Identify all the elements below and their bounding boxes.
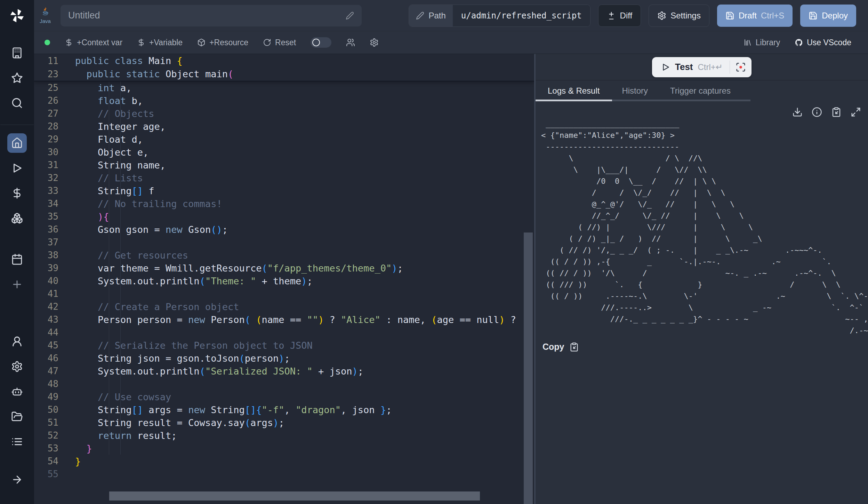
line-content: System.out.println("Theme: " + theme); xyxy=(75,275,313,288)
line-number: 52 xyxy=(34,429,58,442)
code-line-11[interactable]: 11public class Main { xyxy=(34,54,534,68)
tab-trigger-captures[interactable]: Trigger captures xyxy=(670,86,731,96)
sidebar-item-plus[interactable] xyxy=(7,275,27,294)
code-line-55[interactable]: 55 xyxy=(34,468,534,481)
code-line-54[interactable]: 54} xyxy=(34,455,534,468)
building-icon xyxy=(11,47,23,59)
test-button[interactable]: Test Ctrl+↵ xyxy=(652,57,752,77)
boxes-icon xyxy=(11,212,23,224)
toggle-knob xyxy=(312,39,320,46)
download-icon[interactable] xyxy=(792,107,803,117)
dollar-icon xyxy=(65,38,73,47)
add-resource-button[interactable]: +Resource xyxy=(197,38,248,47)
sidebar-item-bot[interactable] xyxy=(7,382,27,401)
search-icon xyxy=(11,97,23,109)
sidebar-nav xyxy=(0,31,34,504)
editor-vertical-scrollbar[interactable] xyxy=(524,233,533,504)
line-content: public static Object main( xyxy=(75,68,233,81)
sidebar-item-boxes[interactable] xyxy=(7,208,27,228)
edit-path-icon xyxy=(416,11,424,20)
sidebar-group xyxy=(0,467,34,492)
line-content: // Objects xyxy=(75,107,154,120)
sidebar-item-user[interactable] xyxy=(7,332,27,351)
sidebar-item-play[interactable] xyxy=(7,158,27,178)
sidebar-item-calendar[interactable] xyxy=(7,250,27,269)
assistant-toggle[interactable] xyxy=(311,37,331,48)
sticky-scroll-lines[interactable]: 11public class Main {23 public static Ob… xyxy=(34,54,534,81)
windmill-logo[interactable] xyxy=(0,0,34,31)
draft-button[interactable]: Draft Ctrl+S xyxy=(717,5,793,27)
sidebar-item-list[interactable] xyxy=(7,432,27,451)
tab-history[interactable]: History xyxy=(622,86,648,96)
result-content: _____________________________ < {"name":… xyxy=(536,101,868,504)
editor-settings-icon[interactable] xyxy=(370,38,379,47)
add-context-var-button[interactable]: +Context var xyxy=(65,38,122,47)
tab-logs-result[interactable]: Logs & Result xyxy=(548,86,600,96)
sidebar-item-arrow-right[interactable] xyxy=(7,470,27,489)
copy-result-button[interactable]: Copy xyxy=(542,342,868,352)
line-number: 11 xyxy=(34,54,58,68)
line-number: 27 xyxy=(34,107,58,120)
result-toolbar xyxy=(792,107,861,117)
line-number: 33 xyxy=(34,184,58,197)
use-vscode-button[interactable]: Use VScode xyxy=(795,38,851,47)
line-content: // Serialize the Person object to JSON xyxy=(75,339,313,352)
line-number: 44 xyxy=(34,326,58,339)
play-icon xyxy=(661,63,670,72)
vscode-icon xyxy=(795,38,803,47)
deploy-label: Deploy xyxy=(822,11,848,21)
topbar: Java Untitled Path u/admin/refreshed_scr… xyxy=(34,0,868,31)
line-number: 54 xyxy=(34,455,58,468)
sidebar-item-star[interactable] xyxy=(7,68,27,88)
code-editor[interactable]: 11public class Main {23 public static Ob… xyxy=(34,54,534,504)
line-content: // No trailing commas! xyxy=(75,197,222,210)
sidebar-item-folder-open[interactable] xyxy=(7,407,27,426)
sidebar-item-gear[interactable] xyxy=(7,357,27,376)
line-content: System.out.println("Serialized JSON: " +… xyxy=(75,365,363,378)
code-line-23[interactable]: 23 public static Object main( xyxy=(34,68,534,81)
edit-title-icon[interactable] xyxy=(346,11,354,20)
path-field[interactable]: Path u/admin/refreshed_script xyxy=(409,5,590,27)
plus-icon xyxy=(11,278,23,290)
java-icon xyxy=(40,7,50,18)
sidebar-group xyxy=(0,247,34,297)
path-label-segment: Path xyxy=(409,5,452,26)
library-icon xyxy=(744,38,752,47)
users-icon[interactable] xyxy=(346,38,355,47)
line-content: var theme = Wmill.getResource("f/app_the… xyxy=(75,262,403,275)
settings-button[interactable]: Settings xyxy=(649,5,709,27)
reset-button[interactable]: Reset xyxy=(263,38,296,47)
editor-horizontal-scrollbar[interactable] xyxy=(109,491,480,501)
sidebar-item-search[interactable] xyxy=(7,93,27,113)
diff-button[interactable]: Diff xyxy=(598,5,641,27)
language-badge-java: Java xyxy=(38,7,53,24)
line-number: 26 xyxy=(34,94,58,107)
user-icon xyxy=(11,336,23,347)
line-content: String json = gson.toJson(person); xyxy=(75,352,290,365)
library-button[interactable]: Library xyxy=(744,38,780,47)
script-title-input[interactable]: Untitled xyxy=(61,5,362,26)
line-content: String[] f xyxy=(75,184,154,197)
info-icon[interactable] xyxy=(812,107,822,117)
indent-guide xyxy=(120,81,121,455)
sidebar-item-home[interactable] xyxy=(7,133,27,153)
sidebar-group xyxy=(0,131,34,231)
line-number: 34 xyxy=(34,197,58,210)
line-number: 40 xyxy=(34,275,58,288)
add-variable-button[interactable]: +Variable xyxy=(137,38,183,47)
dollar-icon xyxy=(137,38,145,47)
package-icon xyxy=(197,38,206,47)
line-content: Person person = new Person( (name == "")… xyxy=(75,313,516,326)
sidebar-item-building[interactable] xyxy=(7,43,27,63)
deploy-button[interactable]: Deploy xyxy=(800,5,856,27)
clipboard-copy-icon[interactable] xyxy=(831,107,842,117)
play-icon xyxy=(11,162,23,174)
home-icon xyxy=(11,137,23,149)
sidebar-item-dollar[interactable] xyxy=(7,183,27,203)
maximize-icon[interactable] xyxy=(851,107,861,117)
line-number: 43 xyxy=(34,313,58,326)
line-content: String result = Cowsay.say(args); xyxy=(75,416,284,429)
line-number: 32 xyxy=(34,172,58,184)
settings-label: Settings xyxy=(670,11,701,21)
capture-test-icon[interactable] xyxy=(730,62,752,72)
